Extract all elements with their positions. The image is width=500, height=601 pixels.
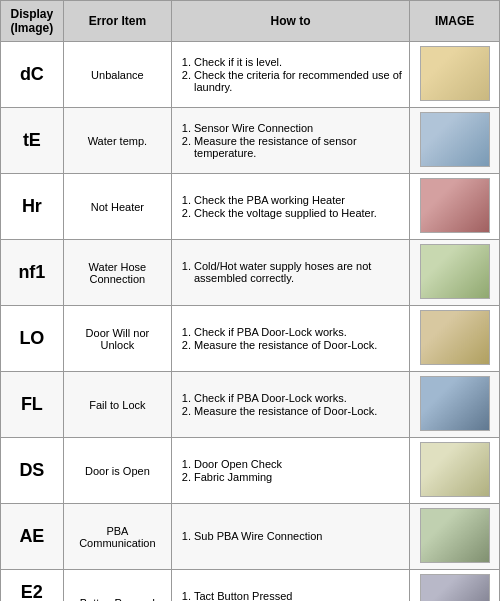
image-placeholder	[420, 178, 490, 233]
howto-step: Door Open Check	[194, 458, 403, 470]
display-code: DS	[1, 438, 64, 504]
howto-step: Check the criteria for recommended use o…	[194, 69, 403, 93]
error-item: PBA Communication	[63, 504, 171, 570]
table-row: HrNot HeaterCheck the PBA working Heater…	[1, 174, 500, 240]
error-item: Not Heater	[63, 174, 171, 240]
howto-step: Check if PBA Door-Lock works.	[194, 392, 403, 404]
image-placeholder	[420, 376, 490, 431]
image-placeholder	[420, 574, 490, 601]
error-image	[410, 108, 500, 174]
howto-step: Measure the resistance of Door-Lock.	[194, 339, 403, 351]
table-row: dCUnbalanceCheck if it is level.Check th…	[1, 42, 500, 108]
display-code: AE	[1, 504, 64, 570]
image-placeholder	[420, 508, 490, 563]
howto-step: Check the PBA working Heater	[194, 194, 403, 206]
howto-step: Check if PBA Door-Lock works.	[194, 326, 403, 338]
howto-step: Fabric Jamming	[194, 471, 403, 483]
error-image	[410, 306, 500, 372]
error-image	[410, 174, 500, 240]
display-code: LO	[1, 306, 64, 372]
error-item: Door is Open	[63, 438, 171, 504]
howto-step: Tact Button Pressed	[194, 590, 403, 602]
how-to: Sensor Wire ConnectionMeasure the resist…	[172, 108, 410, 174]
howto-step: Sensor Wire Connection	[194, 122, 403, 134]
display-code: Hr	[1, 174, 64, 240]
how-to: Check if PBA Door-Lock works.Measure the…	[172, 372, 410, 438]
howto-step: Measure the resistance of sensor tempera…	[194, 135, 403, 159]
table-row: E2 /SFButton PressedTact Button PressedW…	[1, 570, 500, 602]
how-to: Check the PBA working HeaterCheck the vo…	[172, 174, 410, 240]
how-to: Tact Button PressedWire Connection	[172, 570, 410, 602]
error-item: Fail to Lock	[63, 372, 171, 438]
display-code: dC	[1, 42, 64, 108]
table-row: nf1Water Hose ConnectionCold/Hot water s…	[1, 240, 500, 306]
howto-step: Cold/Hot water supply hoses are not asse…	[194, 260, 403, 284]
display-code: FL	[1, 372, 64, 438]
error-image	[410, 42, 500, 108]
error-image	[410, 240, 500, 306]
header-display: Display (Image)	[1, 1, 64, 42]
error-item: Water Hose Connection	[63, 240, 171, 306]
error-table: Display (Image) Error Item How to IMAGE …	[0, 0, 500, 601]
error-image	[410, 570, 500, 602]
howto-step: Measure the resistance of Door-Lock.	[194, 405, 403, 417]
error-image	[410, 372, 500, 438]
how-to: Sub PBA Wire Connection	[172, 504, 410, 570]
error-item: Unbalance	[63, 42, 171, 108]
image-placeholder	[420, 244, 490, 299]
table-row: AEPBA CommunicationSub PBA Wire Connecti…	[1, 504, 500, 570]
how-to: Check if PBA Door-Lock works.Measure the…	[172, 306, 410, 372]
image-placeholder	[420, 310, 490, 365]
howto-step: Sub PBA Wire Connection	[194, 530, 403, 542]
display-code: tE	[1, 108, 64, 174]
error-item: Button Pressed	[63, 570, 171, 602]
image-placeholder	[420, 442, 490, 497]
error-image	[410, 438, 500, 504]
image-placeholder	[420, 46, 490, 101]
how-to: Cold/Hot water supply hoses are not asse…	[172, 240, 410, 306]
display-code: nf1	[1, 240, 64, 306]
howto-step: Check if it is level.	[194, 56, 403, 68]
header-image: IMAGE	[410, 1, 500, 42]
table-row: LODoor Will nor UnlockCheck if PBA Door-…	[1, 306, 500, 372]
header-error: Error Item	[63, 1, 171, 42]
how-to: Check if it is level.Check the criteria …	[172, 42, 410, 108]
table-row: tEWater temp.Sensor Wire ConnectionMeasu…	[1, 108, 500, 174]
how-to: Door Open CheckFabric Jamming	[172, 438, 410, 504]
error-image	[410, 504, 500, 570]
header-howto: How to	[172, 1, 410, 42]
image-placeholder	[420, 112, 490, 167]
table-row: DSDoor is OpenDoor Open CheckFabric Jamm…	[1, 438, 500, 504]
error-item: Water temp.	[63, 108, 171, 174]
table-row: FLFail to LockCheck if PBA Door-Lock wor…	[1, 372, 500, 438]
error-item: Door Will nor Unlock	[63, 306, 171, 372]
display-code: E2 /SF	[1, 570, 64, 602]
howto-step: Check the voltage supplied to Heater.	[194, 207, 403, 219]
